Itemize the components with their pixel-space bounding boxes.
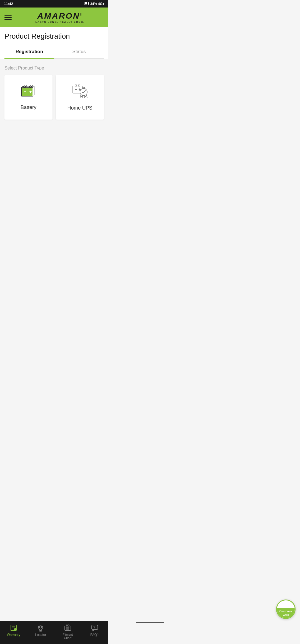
status-time: 11:42: [4, 2, 13, 6]
fitment-nav-label: FitmentChart: [62, 633, 73, 640]
nav-item-fitment-chart[interactable]: FitmentChart: [54, 624, 81, 640]
home-ups-product-card[interactable]: Home UPS: [56, 75, 104, 120]
tab-bar: Registration Status: [4, 45, 104, 59]
battery-product-card[interactable]: Battery: [4, 75, 52, 120]
section-label: Select Product Type: [4, 66, 104, 71]
bottom-nav: Warranty Locator FitmentC: [0, 621, 108, 644]
svg-rect-2: [89, 3, 89, 4]
tab-status[interactable]: Status: [54, 45, 104, 58]
page-title-area: Product Registration Registration Status: [0, 27, 108, 59]
main-content: Select Product Type: [0, 59, 108, 226]
svg-rect-1: [85, 2, 87, 4]
svg-rect-14: [75, 85, 77, 86]
nav-item-faqs[interactable]: ? FAQ's: [81, 624, 109, 640]
fitment-icon: [64, 624, 72, 632]
nav-item-locator[interactable]: Locator: [27, 624, 54, 640]
svg-point-28: [39, 626, 42, 628]
page-title: Product Registration: [4, 32, 104, 41]
product-type-selector: Battery: [4, 75, 104, 120]
warranty-nav-label: Warranty: [7, 633, 20, 637]
locator-nav-label: Locator: [35, 633, 46, 637]
battery-indicator: [84, 2, 89, 6]
signal-text: 4G+: [98, 2, 104, 6]
locator-icon: [37, 624, 44, 632]
app-logo: AMARON® LASTS LONG, REALLY LONG.: [16, 11, 104, 23]
svg-text:?: ?: [93, 625, 95, 629]
battery-text: 34%: [90, 2, 97, 6]
app-header: AMARON® LASTS LONG, REALLY LONG.: [0, 8, 108, 27]
svg-rect-30: [65, 626, 71, 630]
status-icons: 34% 4G+: [84, 2, 104, 6]
tab-registration[interactable]: Registration: [4, 45, 54, 58]
nav-item-warranty[interactable]: Warranty: [0, 624, 27, 640]
svg-rect-8: [29, 86, 31, 88]
hamburger-menu-button[interactable]: [4, 15, 12, 20]
home-ups-label: Home UPS: [67, 105, 92, 111]
faqs-nav-label: FAQ's: [90, 633, 99, 637]
svg-rect-32: [68, 625, 69, 626]
battery-label: Battery: [21, 105, 36, 110]
warranty-icon: [10, 624, 18, 632]
svg-rect-7: [24, 86, 26, 88]
faqs-icon: ?: [91, 624, 99, 632]
logo-text: AMARON®: [37, 11, 82, 21]
logo-tagline: LASTS LONG, REALLY LONG.: [35, 21, 84, 23]
battery-icon: [20, 85, 37, 100]
svg-rect-31: [66, 625, 68, 626]
home-ups-icon: [72, 84, 88, 100]
svg-rect-15: [78, 85, 80, 86]
status-bar: 11:42 34% 4G+: [0, 0, 108, 8]
